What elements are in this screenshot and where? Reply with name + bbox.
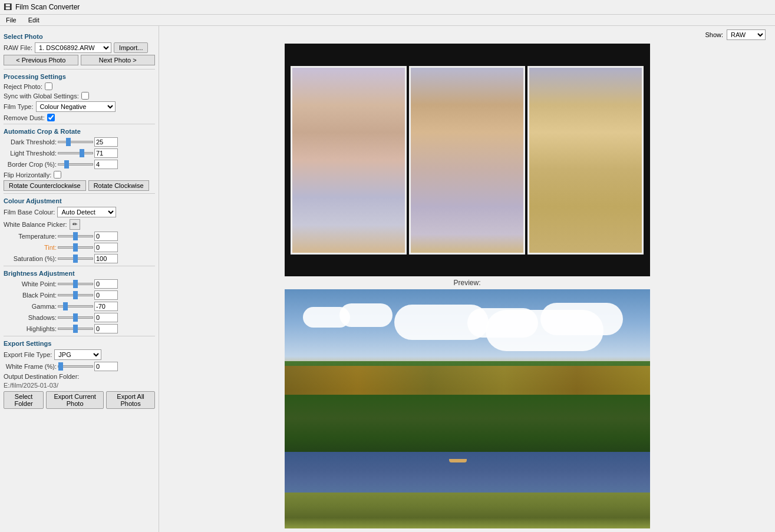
highlights-input[interactable] [94, 324, 118, 333]
film-base-label: Film Base Colour: [4, 209, 55, 216]
tint-input[interactable] [94, 243, 118, 252]
temperature-slider[interactable] [58, 235, 93, 237]
shadows-input[interactable] [94, 313, 118, 322]
preview-image-area [285, 289, 650, 528]
processing-title: Processing Settings [4, 73, 155, 80]
raw-preview-area [285, 44, 650, 276]
highlights-label: Highlights: [4, 325, 57, 332]
temperature-input[interactable] [94, 232, 118, 241]
temperature-label: Temperature: [4, 233, 57, 240]
film-frame-3 [527, 66, 644, 255]
film-type-label: Film Type: [4, 103, 34, 110]
right-panel: Show: RAW Preview Both [159, 26, 775, 532]
export-file-type-label: Export File Type: [4, 351, 52, 358]
preview-label: Preview: [453, 279, 480, 287]
light-threshold-input[interactable] [94, 148, 118, 158]
wb-picker-label: White Balance Picker: [4, 221, 67, 228]
reject-photo-label: Reject Photo: [4, 83, 42, 90]
crop-rotate-title: Automatic Crop & Rotate [4, 128, 155, 135]
white-point-input[interactable] [94, 279, 118, 289]
show-label: Show: [705, 31, 723, 38]
white-frame-slider[interactable] [58, 365, 93, 368]
sync-label: Sync with Global Settings: [4, 92, 79, 100]
colour-adj-title: Colour Adjustment [4, 197, 155, 204]
shadows-slider[interactable] [58, 316, 93, 319]
light-threshold-slider[interactable] [58, 152, 93, 154]
saturation-slider[interactable] [58, 257, 93, 260]
black-point-slider[interactable] [58, 294, 93, 296]
white-point-label: White Point: [4, 280, 57, 288]
light-threshold-label: Light Threshold: [4, 150, 57, 157]
autumn-overlay [285, 366, 650, 395]
border-crop-slider[interactable] [58, 163, 93, 166]
white-point-slider[interactable] [58, 283, 93, 285]
select-photo-title: Select Photo [4, 33, 155, 40]
show-select[interactable]: RAW Preview Both [727, 29, 766, 40]
border-crop-label: Border Crop (%): [4, 161, 57, 168]
gamma-label: Gamma: [4, 303, 57, 310]
reject-photo-checkbox[interactable] [45, 82, 52, 90]
dark-threshold-label: Dark Threshold: [4, 138, 57, 146]
brightness-title: Brightness Adjustment [4, 270, 155, 277]
crop-rotate-section: Automatic Crop & Rotate Dark Threshold: … [4, 128, 155, 191]
film-frame-1 [291, 66, 407, 255]
rotate-cw-button[interactable]: Rotate Clockwise [88, 180, 149, 191]
menu-edit[interactable]: Edit [26, 16, 42, 24]
next-photo-button[interactable]: Next Photo > [81, 55, 156, 65]
gamma-input[interactable] [94, 302, 118, 311]
gamma-slider[interactable] [58, 305, 93, 308]
preview-landscape [285, 289, 650, 528]
border-crop-input[interactable] [94, 160, 118, 169]
colour-adj-section: Colour Adjustment Film Base Colour: Auto… [4, 197, 155, 263]
black-point-input[interactable] [94, 290, 118, 300]
film-frame-1-content [292, 68, 405, 253]
raw-file-select[interactable]: 1. DSC06892.ARW [35, 42, 111, 53]
dark-threshold-input[interactable] [94, 137, 118, 147]
film-type-select[interactable]: Colour Negative Colour Positive B&W Nega… [36, 101, 116, 112]
menubar: File Edit [0, 15, 775, 26]
dark-threshold-slider[interactable] [58, 141, 93, 143]
select-photo-section: Select Photo RAW File: 1. DSC06892.ARW I… [4, 33, 155, 65]
output-dest-path: E:/film/2025-01-03/ [4, 382, 155, 389]
export-file-type-select[interactable]: JPG PNG TIFF [54, 349, 101, 360]
sync-checkbox[interactable] [81, 92, 89, 100]
tint-slider[interactable] [58, 246, 93, 249]
import-button[interactable]: Import... [114, 42, 148, 53]
titlebar: 🎞 Film Scan Converter [0, 0, 775, 15]
remove-dust-label: Remove Dust: [4, 114, 45, 121]
film-strip [285, 44, 650, 276]
white-frame-label: White Frame (%): [4, 363, 57, 370]
raw-file-label: RAW File: [4, 44, 32, 51]
app-title: Film Scan Converter [15, 3, 80, 11]
show-bar: Show: RAW Preview Both [705, 29, 766, 40]
shadows-label: Shadows: [4, 314, 57, 321]
black-point-label: Black Point: [4, 292, 57, 299]
grass-layer [285, 493, 650, 528]
processing-section: Processing Settings Reject Photo: Sync w… [4, 73, 155, 121]
flip-h-checkbox[interactable] [54, 171, 61, 179]
output-dest-label: Output Destination Folder: [4, 373, 79, 380]
film-frame-3-content [529, 68, 642, 253]
film-frame-2 [409, 66, 525, 255]
saturation-input[interactable] [94, 254, 118, 263]
wb-picker-icon[interactable]: ✏ [70, 219, 80, 230]
prev-photo-button[interactable]: < Previous Photo [4, 55, 78, 65]
tint-label: Tint: [4, 244, 57, 251]
export-all-button[interactable]: Export All Photos [106, 391, 155, 409]
select-folder-button[interactable]: Select Folder [4, 391, 44, 409]
film-frame-2-content [411, 68, 523, 253]
saturation-label: Saturation (%): [4, 255, 57, 262]
left-panel: Select Photo RAW File: 1. DSC06892.ARW I… [0, 26, 159, 532]
film-base-select[interactable]: Auto Detect Manual [57, 207, 116, 217]
export-title: Export Settings [4, 340, 155, 347]
white-frame-input[interactable] [94, 362, 118, 371]
app-icon: 🎞 [4, 2, 12, 12]
remove-dust-checkbox[interactable] [47, 114, 55, 121]
brightness-section: Brightness Adjustment White Point: Black… [4, 270, 155, 333]
menu-file[interactable]: File [4, 16, 19, 24]
export-section: Export Settings Export File Type: JPG PN… [4, 340, 155, 409]
flip-h-label: Flip Horizontally: [4, 171, 51, 179]
rotate-ccw-button[interactable]: Rotate Counterclockwise [4, 180, 86, 191]
highlights-slider[interactable] [58, 328, 93, 330]
export-current-button[interactable]: Export Current Photo [46, 391, 104, 409]
